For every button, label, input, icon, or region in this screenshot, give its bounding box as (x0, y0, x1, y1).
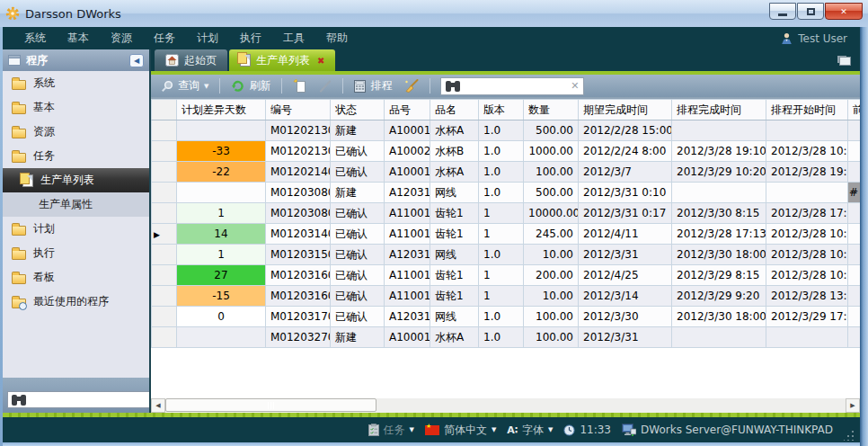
column-header[interactable]: 排程完成时间 (672, 100, 766, 120)
edit-button[interactable] (314, 78, 336, 94)
new-record-button[interactable] (288, 77, 311, 95)
table-row[interactable]: ▶ M012021301 新建 A10001 水杯A 1.0 500.00 2 (152, 120, 861, 141)
scrollbar-thumb[interactable] (165, 398, 376, 412)
row-selector-cell[interactable]: ▶ (152, 224, 177, 245)
row-selector-cell[interactable]: ▶ (152, 203, 177, 224)
menu-item[interactable]: 工具 (274, 28, 314, 49)
tab-label: 起始页 (184, 53, 217, 68)
row-selector-cell[interactable]: ▶ (152, 141, 177, 162)
row-selector-cell[interactable]: ▶ (152, 245, 177, 265)
cell-scheduled-finish: 2012/3/28 19:10 (672, 141, 766, 162)
toolbar-search-box[interactable]: ✕ (440, 77, 584, 95)
column-header[interactable]: 排程开始时间 (766, 100, 848, 120)
table-row[interactable]: ▶ -33 M012021302 已确认 A10002 水杯B 1.0 1000… (152, 141, 861, 162)
statusbar-language[interactable]: 简体中文 ▼ (425, 423, 496, 438)
toolbar-search-clear-icon[interactable]: ✕ (571, 80, 579, 92)
row-selector-cell[interactable]: ▶ (152, 162, 177, 183)
tab-production-order-list[interactable]: 生产单列表 ✖ (229, 49, 335, 71)
minimize-button[interactable] (769, 3, 796, 20)
sidebar-item[interactable]: 计划 (3, 217, 149, 241)
tasks-caret-icon: ▼ (410, 426, 414, 433)
sidebar-item[interactable]: 基本 (3, 95, 149, 120)
cell-item-name: 齿轮1 (430, 203, 479, 224)
close-button[interactable]: ✕ (825, 3, 863, 20)
sidebar-item[interactable]: 任务 (3, 144, 149, 168)
table-row[interactable]: ▶ -22 M012021401 已确认 A10001 水杯A 1.0 100.… (152, 162, 861, 183)
menu-item[interactable]: 基本 (58, 28, 98, 49)
maximize-button[interactable] (797, 3, 824, 20)
schedule-button[interactable]: 排程 (350, 76, 396, 95)
current-user[interactable]: Test User (781, 32, 847, 45)
table-row[interactable]: ▶ 1 M012030802 已确认 A11001 齿轮1 1 10000.00 (152, 203, 861, 224)
cell-plan-diff-days (177, 183, 266, 203)
resize-grip[interactable] (844, 430, 855, 441)
sidebar-item[interactable]: 系统 (3, 71, 149, 95)
refresh-button[interactable]: 刷新 (226, 76, 275, 95)
grid-header-row: 计划差异天数 编号 状态 品号 品名 版本 数量 期望完成时间 排程完成时间 (152, 100, 861, 120)
table-row[interactable]: ▶ 14 M012031402 已确认 A11001 齿轮1 1 245.00 (152, 224, 861, 245)
cell-order-id: M012030802 (266, 203, 331, 224)
menu-item[interactable]: 系统 (15, 28, 55, 49)
statusbar-tasks[interactable]: 任务 ▼ (368, 423, 414, 438)
menu-item[interactable]: 任务 (145, 28, 184, 49)
clear-filter-button[interactable] (400, 77, 423, 94)
scroll-left-button[interactable]: ◀ (151, 398, 165, 413)
sidebar-item[interactable]: 生产单属性 (3, 192, 149, 217)
scrollbar-track[interactable] (165, 398, 846, 413)
row-selector-cell[interactable]: ▶ (152, 120, 177, 141)
row-selector-cell[interactable]: ▶ (152, 265, 177, 286)
table-row[interactable]: ▶ 0 M012031701 已确认 A12031 网线 1.0 100.00 (152, 307, 861, 327)
cell-item-no: A11001 (385, 203, 430, 224)
time-value: 11:33 (580, 424, 611, 436)
row-selector-cell[interactable]: ▶ (152, 327, 177, 348)
sidebar-item[interactable]: 最近使用的程序 (3, 290, 149, 314)
table-row[interactable]: ▶ -15 M012031602 已确认 A11001 齿轮1 1 10.00 (152, 286, 861, 307)
table-row[interactable]: ▶ M012032701 新建 A10001 水杯A 1.0 100.00 2 (152, 327, 861, 348)
row-selector-cell[interactable]: ▶ (152, 286, 177, 307)
cell-scheduled-start: 2012/3/28 10:52 (766, 245, 848, 265)
statusbar-server[interactable]: DWorks Server@FUNWAY-THINKPAD (622, 424, 833, 436)
column-header[interactable]: 版本 (479, 100, 524, 120)
tab-close-icon[interactable]: ✖ (317, 56, 324, 66)
query-dropdown-caret-icon[interactable]: ▼ (204, 83, 208, 90)
column-header[interactable]: 计划差异天数 (177, 100, 266, 120)
sidebar-collapse-button[interactable]: ◀ (129, 54, 144, 67)
column-header[interactable]: 编号 (266, 100, 331, 120)
column-header[interactable]: 数量 (524, 100, 579, 120)
cell-item-name: 齿轮1 (430, 286, 479, 307)
sidebar-item-label: 看板 (33, 270, 55, 285)
cell-plan-diff-days: -22 (177, 162, 266, 183)
sidebar-search-input[interactable] (30, 394, 164, 406)
sidebar-item[interactable]: 执行 (3, 241, 149, 265)
menu-item[interactable]: 执行 (231, 28, 270, 49)
cell-status: 新建 (331, 183, 385, 203)
column-header[interactable]: 品名 (430, 100, 479, 120)
cascade-windows-icon[interactable] (837, 56, 851, 66)
column-header[interactable]: 期望完成时间 (579, 100, 672, 120)
sidebar-item[interactable]: 生产单列表 (3, 168, 149, 192)
tab-start-page[interactable]: 起始页 (155, 49, 227, 71)
horizontal-scrollbar[interactable]: ◀ ▶ (151, 398, 860, 413)
cell-plan-diff-days (177, 120, 266, 141)
cell-version: 1.0 (479, 141, 524, 162)
sidebar-item[interactable]: 资源 (3, 120, 149, 144)
toolbar-search-input[interactable] (465, 80, 566, 93)
row-selector-cell[interactable]: ▶ (152, 183, 177, 203)
query-button[interactable]: 查询 ▼ (156, 76, 213, 95)
table-row[interactable]: ▶ M012030801 新建 A12031 网线 1.0 500.00 20 (152, 183, 861, 203)
statusbar-font[interactable]: A∶ 字体 ▼ (507, 423, 553, 438)
menu-item[interactable]: 计划 (188, 28, 227, 49)
sidebar-item[interactable]: 看板 (3, 265, 149, 290)
row-selector-cell[interactable]: ▶ (152, 307, 177, 327)
menu-item[interactable]: 资源 (102, 28, 141, 49)
cell-order-id: M012021301 (266, 120, 331, 141)
column-header-clipped[interactable]: 前 (848, 100, 861, 120)
table-row[interactable]: ▶ 1 M012031501 已确认 A12031 网线 1.0 10.00 2 (152, 245, 861, 265)
table-row[interactable]: ▶ 27 M012031601 已确认 A11001 齿轮1 1 200.00 (152, 265, 861, 286)
scroll-right-button[interactable]: ▶ (846, 398, 860, 413)
query-label: 查询 (178, 78, 199, 94)
font-label: 字体 (522, 423, 544, 438)
menu-item[interactable]: 帮助 (317, 28, 357, 49)
column-header[interactable]: 品号 (385, 100, 430, 120)
column-header[interactable]: 状态 (331, 100, 385, 120)
